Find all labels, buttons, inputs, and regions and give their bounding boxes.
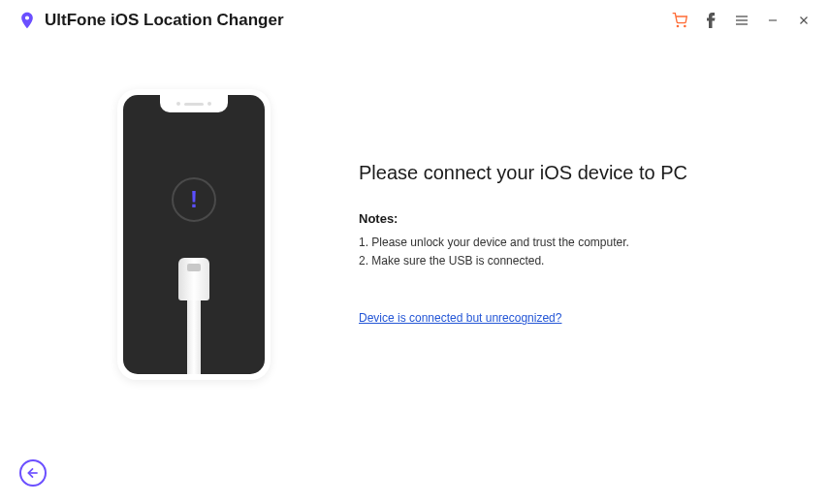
arrow-left-icon (25, 465, 41, 481)
note-item-2: 2. Make sure the USB is connected. (359, 252, 790, 270)
facebook-icon[interactable] (703, 13, 718, 28)
svg-point-0 (677, 25, 678, 26)
footer (19, 459, 47, 487)
menu-icon[interactable] (734, 13, 749, 28)
info-section: Please connect your iOS device to PC Not… (349, 79, 790, 446)
titlebar: UltFone iOS Location Changer (0, 0, 829, 41)
back-button[interactable] (19, 459, 47, 487)
app-logo-icon (17, 11, 37, 30)
phone-frame: ! (117, 89, 271, 380)
phone-notch (160, 95, 228, 112)
notes-label: Notes: (359, 211, 790, 226)
titlebar-left: UltFone iOS Location Changer (17, 11, 284, 30)
cart-icon[interactable] (672, 13, 687, 28)
minimize-icon[interactable] (765, 13, 781, 28)
phone-illustration-section: ! (39, 79, 349, 446)
close-icon[interactable] (796, 13, 812, 28)
connect-heading: Please connect your iOS device to PC (359, 162, 790, 184)
main-content: ! Please connect your iOS device to PC N… (0, 41, 829, 446)
svg-point-1 (685, 25, 686, 26)
usb-cable-icon (178, 258, 209, 374)
app-title: UltFone iOS Location Changer (45, 11, 284, 30)
exclamation-icon: ! (190, 186, 198, 213)
phone-screen: ! (123, 95, 265, 374)
unrecognized-help-link[interactable]: Device is connected but unrecognized? (359, 311, 561, 325)
note-item-1: 1. Please unlock your device and trust t… (359, 234, 790, 252)
alert-circle-icon: ! (172, 177, 216, 222)
titlebar-controls (672, 13, 812, 28)
